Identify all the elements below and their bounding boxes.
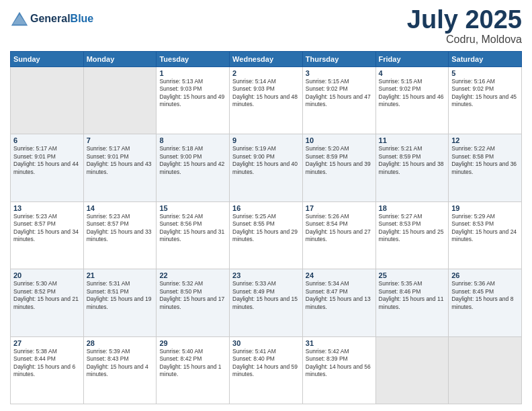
calendar-cell: 25Sunrise: 5:35 AMSunset: 8:46 PMDayligh… <box>375 269 449 336</box>
day-info: Sunrise: 5:13 AMSunset: 9:03 PMDaylight:… <box>159 78 226 109</box>
day-info: Sunrise: 5:26 AMSunset: 8:54 PMDaylight:… <box>306 213 373 244</box>
day-info: Sunrise: 5:38 AMSunset: 8:44 PMDaylight:… <box>13 348 81 379</box>
calendar-cell: 18Sunrise: 5:27 AMSunset: 8:53 PMDayligh… <box>375 201 449 269</box>
day-info: Sunrise: 5:41 AMSunset: 8:40 PMDaylight:… <box>232 348 300 379</box>
calendar-cell: 10Sunrise: 5:20 AMSunset: 8:59 PMDayligh… <box>302 134 375 201</box>
calendar-body: 1Sunrise: 5:13 AMSunset: 9:03 PMDaylight… <box>11 67 522 404</box>
calendar-table: Sunday Monday Tuesday Wednesday Thursday… <box>10 51 522 404</box>
col-monday: Monday <box>83 52 157 67</box>
day-number: 10 <box>306 136 373 144</box>
header-row: Sunday Monday Tuesday Wednesday Thursday… <box>11 52 522 67</box>
day-number: 4 <box>379 69 446 77</box>
day-number: 7 <box>87 136 154 144</box>
title-block: July 2025 Codru, Moldova <box>407 7 522 46</box>
calendar-cell: 15Sunrise: 5:24 AMSunset: 8:56 PMDayligh… <box>157 201 230 269</box>
day-number: 16 <box>232 204 300 212</box>
day-number: 19 <box>451 204 519 212</box>
day-info: Sunrise: 5:18 AMSunset: 9:00 PMDaylight:… <box>159 145 226 176</box>
calendar-cell <box>375 336 449 404</box>
calendar-cell <box>11 67 84 134</box>
calendar-cell: 14Sunrise: 5:23 AMSunset: 8:57 PMDayligh… <box>83 201 157 269</box>
calendar-cell: 26Sunrise: 5:36 AMSunset: 8:45 PMDayligh… <box>449 269 522 336</box>
calendar-cell: 6Sunrise: 5:17 AMSunset: 9:01 PMDaylight… <box>11 134 84 201</box>
day-info: Sunrise: 5:16 AMSunset: 9:02 PMDaylight:… <box>451 78 519 109</box>
day-info: Sunrise: 5:21 AMSunset: 8:59 PMDaylight:… <box>379 145 446 176</box>
calendar-cell: 1Sunrise: 5:13 AMSunset: 9:03 PMDaylight… <box>157 67 230 134</box>
calendar-header: Sunday Monday Tuesday Wednesday Thursday… <box>11 52 522 67</box>
calendar-cell: 11Sunrise: 5:21 AMSunset: 8:59 PMDayligh… <box>375 134 449 201</box>
day-info: Sunrise: 5:32 AMSunset: 8:50 PMDaylight:… <box>159 280 226 311</box>
day-number: 31 <box>306 339 373 347</box>
day-number: 13 <box>13 204 81 212</box>
calendar-cell: 2Sunrise: 5:14 AMSunset: 9:03 PMDaylight… <box>230 67 303 134</box>
day-number: 22 <box>159 271 226 279</box>
day-info: Sunrise: 5:22 AMSunset: 8:58 PMDaylight:… <box>451 145 519 176</box>
calendar-cell: 13Sunrise: 5:23 AMSunset: 8:57 PMDayligh… <box>11 201 84 269</box>
day-number: 14 <box>87 204 154 212</box>
calendar-cell: 16Sunrise: 5:25 AMSunset: 8:55 PMDayligh… <box>230 201 303 269</box>
day-number: 25 <box>379 271 446 279</box>
col-friday: Friday <box>375 52 449 67</box>
svg-marker-1 <box>13 14 27 24</box>
col-wednesday: Wednesday <box>230 52 303 67</box>
calendar-cell: 4Sunrise: 5:15 AMSunset: 9:02 PMDaylight… <box>375 67 449 134</box>
day-info: Sunrise: 5:20 AMSunset: 8:59 PMDaylight:… <box>306 145 373 176</box>
calendar-cell: 29Sunrise: 5:40 AMSunset: 8:42 PMDayligh… <box>157 336 230 404</box>
day-number: 3 <box>306 69 373 77</box>
week-row-3: 13Sunrise: 5:23 AMSunset: 8:57 PMDayligh… <box>11 201 522 269</box>
calendar-cell <box>449 336 522 404</box>
day-number: 28 <box>87 339 154 347</box>
day-number: 11 <box>379 136 446 144</box>
calendar-cell <box>83 67 157 134</box>
calendar-cell: 27Sunrise: 5:38 AMSunset: 8:44 PMDayligh… <box>11 336 84 404</box>
calendar-cell: 19Sunrise: 5:29 AMSunset: 8:53 PMDayligh… <box>449 201 522 269</box>
week-row-2: 6Sunrise: 5:17 AMSunset: 9:01 PMDaylight… <box>11 134 522 201</box>
day-number: 27 <box>13 339 81 347</box>
day-number: 17 <box>306 204 373 212</box>
calendar-cell: 7Sunrise: 5:17 AMSunset: 9:01 PMDaylight… <box>83 134 157 201</box>
day-info: Sunrise: 5:23 AMSunset: 8:57 PMDaylight:… <box>13 213 81 244</box>
day-number: 29 <box>159 339 226 347</box>
col-saturday: Saturday <box>449 52 522 67</box>
day-info: Sunrise: 5:17 AMSunset: 9:01 PMDaylight:… <box>87 145 154 176</box>
day-info: Sunrise: 5:36 AMSunset: 8:45 PMDaylight:… <box>451 280 519 311</box>
day-info: Sunrise: 5:31 AMSunset: 8:51 PMDaylight:… <box>87 280 154 311</box>
logo: GeneralBlue <box>10 9 93 28</box>
day-number: 23 <box>232 271 300 279</box>
day-info: Sunrise: 5:42 AMSunset: 8:39 PMDaylight:… <box>306 348 373 379</box>
day-number: 21 <box>87 271 154 279</box>
header: GeneralBlue July 2025 Codru, Moldova <box>10 7 522 46</box>
calendar-cell: 3Sunrise: 5:15 AMSunset: 9:02 PMDaylight… <box>302 67 375 134</box>
day-info: Sunrise: 5:30 AMSunset: 8:52 PMDaylight:… <box>13 280 81 311</box>
calendar-cell: 12Sunrise: 5:22 AMSunset: 8:58 PMDayligh… <box>449 134 522 201</box>
day-info: Sunrise: 5:39 AMSunset: 8:43 PMDaylight:… <box>87 348 154 379</box>
calendar-cell: 8Sunrise: 5:18 AMSunset: 9:00 PMDaylight… <box>157 134 230 201</box>
calendar-cell: 24Sunrise: 5:34 AMSunset: 8:47 PMDayligh… <box>302 269 375 336</box>
calendar-cell: 17Sunrise: 5:26 AMSunset: 8:54 PMDayligh… <box>302 201 375 269</box>
day-info: Sunrise: 5:15 AMSunset: 9:02 PMDaylight:… <box>306 78 373 109</box>
day-number: 26 <box>451 271 519 279</box>
day-number: 15 <box>159 204 226 212</box>
col-tuesday: Tuesday <box>157 52 230 67</box>
calendar-cell: 23Sunrise: 5:33 AMSunset: 8:49 PMDayligh… <box>230 269 303 336</box>
week-row-5: 27Sunrise: 5:38 AMSunset: 8:44 PMDayligh… <box>11 336 522 404</box>
col-sunday: Sunday <box>11 52 84 67</box>
day-number: 24 <box>306 271 373 279</box>
day-number: 18 <box>379 204 446 212</box>
day-number: 1 <box>159 69 226 77</box>
week-row-4: 20Sunrise: 5:30 AMSunset: 8:52 PMDayligh… <box>11 269 522 336</box>
calendar-cell: 30Sunrise: 5:41 AMSunset: 8:40 PMDayligh… <box>230 336 303 404</box>
week-row-1: 1Sunrise: 5:13 AMSunset: 9:03 PMDaylight… <box>11 67 522 134</box>
col-thursday: Thursday <box>302 52 375 67</box>
calendar-cell: 9Sunrise: 5:19 AMSunset: 9:00 PMDaylight… <box>230 134 303 201</box>
calendar-cell: 20Sunrise: 5:30 AMSunset: 8:52 PMDayligh… <box>11 269 84 336</box>
day-info: Sunrise: 5:29 AMSunset: 8:53 PMDaylight:… <box>451 213 519 244</box>
calendar-cell: 28Sunrise: 5:39 AMSunset: 8:43 PMDayligh… <box>83 336 157 404</box>
day-number: 8 <box>159 136 226 144</box>
day-info: Sunrise: 5:34 AMSunset: 8:47 PMDaylight:… <box>306 280 373 311</box>
calendar-cell: 5Sunrise: 5:16 AMSunset: 9:02 PMDaylight… <box>449 67 522 134</box>
day-info: Sunrise: 5:40 AMSunset: 8:42 PMDaylight:… <box>159 348 226 379</box>
calendar-cell: 21Sunrise: 5:31 AMSunset: 8:51 PMDayligh… <box>83 269 157 336</box>
day-info: Sunrise: 5:35 AMSunset: 8:46 PMDaylight:… <box>379 280 446 311</box>
calendar-cell: 22Sunrise: 5:32 AMSunset: 8:50 PMDayligh… <box>157 269 230 336</box>
